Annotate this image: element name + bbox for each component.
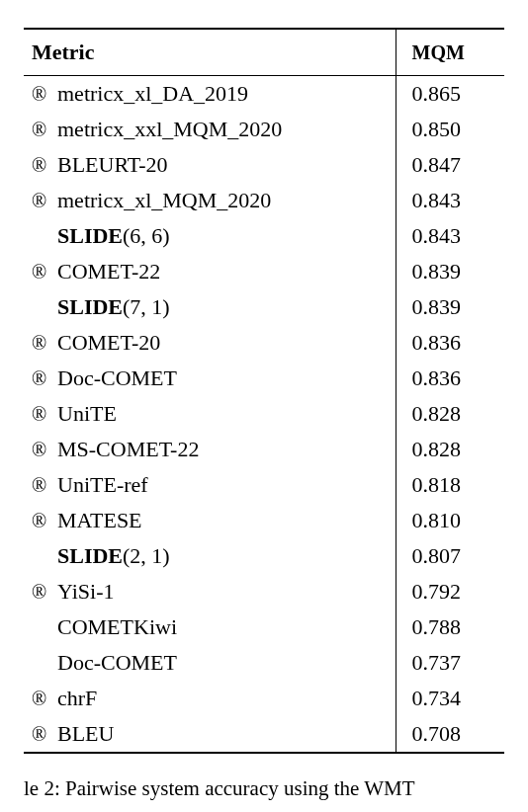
metric-cell: ®COMET-22 — [24, 254, 396, 289]
mqm-value: 0.818 — [396, 467, 504, 503]
metric-name: metricx_xl_DA_2019 — [57, 81, 248, 106]
table-row: ®MS-COMET-220.828 — [24, 432, 504, 467]
mqm-value: 0.708 — [396, 716, 504, 753]
table-row: COMETKiwi0.788 — [24, 609, 504, 645]
mqm-value: 0.828 — [396, 396, 504, 432]
metric-cell: ®COMET-20 — [24, 325, 396, 361]
metric-name: metricx_xxl_MQM_2020 — [57, 117, 282, 141]
metric-cell: ®MS-COMET-22 — [24, 432, 396, 467]
metric-name: Doc-COMET — [57, 650, 177, 675]
metric-cell: ®chrF — [24, 681, 396, 716]
table-row: ®metricx_xxl_MQM_20200.850 — [24, 112, 504, 147]
mqm-value: 0.839 — [396, 254, 504, 289]
table-row: ®Doc-COMET0.836 — [24, 361, 504, 396]
metric-name: chrF — [57, 686, 97, 710]
mqm-value: 0.843 — [396, 218, 504, 254]
registered-icon: ® — [32, 581, 57, 604]
registered-icon: ® — [32, 723, 57, 746]
table-row: ®COMET-200.836 — [24, 325, 504, 361]
mqm-value: 0.737 — [396, 645, 504, 681]
metric-cell: SLIDE(7, 1) — [24, 289, 396, 325]
registered-icon: ® — [32, 439, 57, 461]
registered-icon: ® — [32, 261, 57, 284]
table-row: ®YiSi-10.792 — [24, 574, 504, 609]
registered-icon: ® — [32, 332, 57, 355]
table-row: ®metricx_xl_DA_20190.865 — [24, 76, 504, 113]
mqm-value: 0.843 — [396, 183, 504, 218]
mqm-value: 0.836 — [396, 325, 504, 361]
table-row: ®UniTE0.828 — [24, 396, 504, 432]
metric-params: (6, 6) — [123, 223, 170, 248]
metric-name: metricx_xl_MQM_2020 — [57, 188, 271, 212]
metric-cell: ®YiSi-1 — [24, 574, 396, 609]
registered-icon: ® — [32, 510, 57, 532]
metric-name-bold: SLIDE — [57, 543, 123, 568]
metric-cell: ®UniTE — [24, 396, 396, 432]
header-mqm: MQM — [396, 29, 504, 76]
registered-icon: ® — [32, 119, 57, 141]
registered-icon: ® — [32, 154, 57, 177]
metric-name: MS-COMET-22 — [57, 437, 199, 461]
table-row: SLIDE(7, 1)0.839 — [24, 289, 504, 325]
table-row: SLIDE(2, 1)0.807 — [24, 538, 504, 574]
table-row: ®BLEU0.708 — [24, 716, 504, 753]
metric-name-bold: SLIDE — [57, 294, 123, 319]
metric-name: COMETKiwi — [57, 614, 177, 639]
metric-name: UniTE-ref — [57, 472, 148, 497]
mqm-value: 0.828 — [396, 432, 504, 467]
registered-icon: ® — [32, 403, 57, 426]
registered-icon: ® — [32, 83, 57, 106]
table-row: ®BLEURT-200.847 — [24, 147, 504, 183]
metric-params: (2, 1) — [123, 543, 170, 568]
metric-name: Doc-COMET — [57, 365, 177, 390]
mqm-value: 0.839 — [396, 289, 504, 325]
metric-cell: ®metricx_xl_MQM_2020 — [24, 183, 396, 218]
metric-name: UniTE — [57, 401, 117, 426]
mqm-value: 0.788 — [396, 609, 504, 645]
metric-params: (7, 1) — [123, 294, 170, 319]
table-row: ®UniTE-ref0.818 — [24, 467, 504, 503]
metric-name: BLEURT-20 — [57, 152, 168, 177]
metric-cell: ®Doc-COMET — [24, 361, 396, 396]
metric-cell: SLIDE(2, 1) — [24, 538, 396, 574]
metric-cell: ®metricx_xxl_MQM_2020 — [24, 112, 396, 147]
mqm-value: 0.836 — [396, 361, 504, 396]
metric-cell: ®metricx_xl_DA_2019 — [24, 76, 396, 113]
table-header-row: Metric MQM — [24, 29, 504, 76]
metric-cell: Doc-COMET — [24, 645, 396, 681]
mqm-value: 0.847 — [396, 147, 504, 183]
table-body: ®metricx_xl_DA_20190.865®metricx_xxl_MQM… — [24, 76, 504, 754]
header-metric: Metric — [24, 29, 396, 76]
metric-cell: ®BLEURT-20 — [24, 147, 396, 183]
mqm-value: 0.850 — [396, 112, 504, 147]
table-row: ®COMET-220.839 — [24, 254, 504, 289]
mqm-value: 0.865 — [396, 76, 504, 113]
metric-cell: ®MATESE — [24, 503, 396, 538]
metric-cell: ®BLEU — [24, 716, 396, 753]
mqm-value: 0.810 — [396, 503, 504, 538]
table-row: Doc-COMET0.737 — [24, 645, 504, 681]
table-caption: le 2: Pairwise system accuracy using the… — [24, 754, 504, 803]
table-row: ®MATESE0.810 — [24, 503, 504, 538]
table-row: ®metricx_xl_MQM_20200.843 — [24, 183, 504, 218]
mqm-value: 0.734 — [396, 681, 504, 716]
registered-icon: ® — [32, 190, 57, 212]
registered-icon: ® — [32, 367, 57, 390]
metrics-table: Metric MQM ®metricx_xl_DA_20190.865®metr… — [24, 28, 504, 754]
registered-icon: ® — [32, 474, 57, 497]
metric-name-bold: SLIDE — [57, 223, 123, 248]
mqm-value: 0.792 — [396, 574, 504, 609]
metric-name: COMET-22 — [57, 259, 160, 284]
metric-name: COMET-20 — [57, 330, 160, 355]
table-row: SLIDE(6, 6)0.843 — [24, 218, 504, 254]
metric-cell: COMETKiwi — [24, 609, 396, 645]
metric-name: YiSi-1 — [57, 579, 114, 604]
table-row: ®chrF0.734 — [24, 681, 504, 716]
mqm-value: 0.807 — [396, 538, 504, 574]
metric-cell: ®UniTE-ref — [24, 467, 396, 503]
registered-icon: ® — [32, 688, 57, 710]
metric-name: BLEU — [57, 721, 114, 746]
metric-cell: SLIDE(6, 6) — [24, 218, 396, 254]
metric-name: MATESE — [57, 508, 142, 532]
